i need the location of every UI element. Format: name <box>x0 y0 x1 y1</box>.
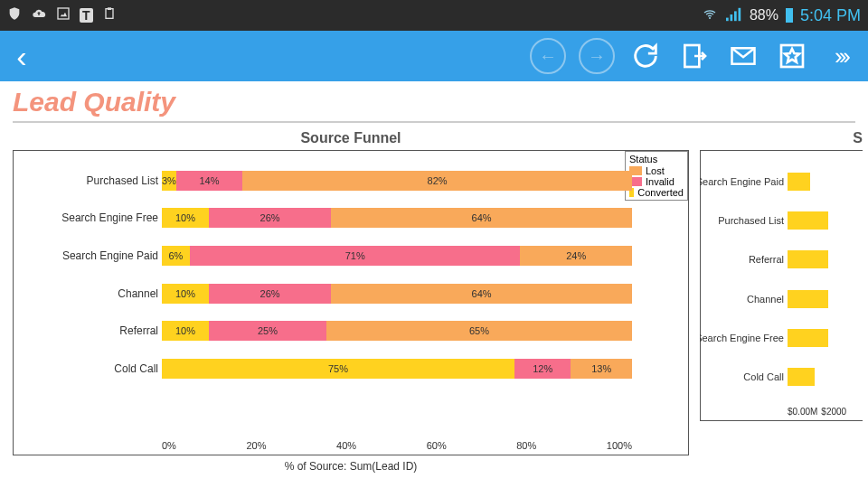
category-label: Referral <box>119 324 158 337</box>
bar-segment-invalid: 26% <box>209 208 331 228</box>
bar-track: 10%26%64% <box>162 284 632 304</box>
android-status-bar: T 88% 5:04 PM <box>0 0 868 31</box>
svg-rect-6 <box>734 11 737 21</box>
bar-row: Cold Call75%12%13% <box>162 359 681 379</box>
nav-next-button[interactable]: → <box>579 38 615 74</box>
bar-segment-lost: 13% <box>571 359 632 379</box>
category-label: Purchased List <box>87 174 158 187</box>
x-tick: 20% <box>246 440 266 451</box>
bar-segment <box>788 250 828 268</box>
more-button[interactable]: ››› <box>823 38 859 74</box>
chart-bars: Purchased List3%14%82%Search Engine Free… <box>162 162 681 388</box>
svg-rect-7 <box>738 7 741 20</box>
battery-percent: 88% <box>750 7 778 23</box>
x-tick: $0.00M <box>788 407 817 417</box>
clock: 5:04 PM <box>800 6 861 25</box>
bar-segment <box>788 290 828 308</box>
category-label: Channel <box>118 287 158 300</box>
refresh-button[interactable] <box>627 38 664 74</box>
bar-segment-invalid: 26% <box>209 284 331 304</box>
bar-track: 75%12%13% <box>162 359 632 379</box>
chart-source-funnel: Source Funnel Status Lost Invalid Conver… <box>13 125 689 455</box>
chart-title: Source Funnel <box>13 125 689 150</box>
chart-bars: Search Engine PaidPurchased ListReferral… <box>788 162 863 397</box>
bar-row: Referral10%25%65% <box>162 321 681 341</box>
bar-segment-converted: 10% <box>162 321 209 341</box>
bar-row: Channel10%26%64% <box>162 284 681 304</box>
favorite-button[interactable] <box>774 38 810 74</box>
bar-segment-invalid: 25% <box>209 321 326 341</box>
bar-segment-lost: 65% <box>326 321 632 341</box>
key-icon: T <box>80 8 93 23</box>
bar-row: Search Engine Free10%26%64% <box>162 208 681 228</box>
shield-icon <box>7 6 22 25</box>
x-tick: $2000 <box>821 407 846 417</box>
chart-title: S <box>700 125 863 150</box>
app-toolbar: ‹ ← → ››› <box>0 31 868 81</box>
x-axis-label: % of Source: Sum(Lead ID) <box>14 460 688 473</box>
category-label: Search Engine Paid <box>62 249 158 262</box>
category-label: Search Engine Free <box>700 333 784 343</box>
page-header: Lead Quality <box>13 87 855 123</box>
bar-row: Search Engine Paid6%71%24% <box>162 246 681 266</box>
chart-secondary: S Search Engine PaidPurchased ListReferr… <box>700 125 863 455</box>
page-title: Lead Quality <box>13 87 855 117</box>
bar-segment-converted: 10% <box>162 208 209 228</box>
bar-segment <box>788 368 815 386</box>
bar-row: Channel <box>788 290 863 308</box>
nav-prev-button[interactable]: ← <box>530 38 566 74</box>
bar-segment-converted: 6% <box>162 246 190 266</box>
x-axis-ticks: $0.00M$2000 <box>788 407 846 417</box>
bar-segment-lost: 82% <box>242 171 632 191</box>
category-label: Purchased List <box>718 215 784 226</box>
bar-track: 10%26%64% <box>162 208 632 228</box>
bar-segment-converted: 10% <box>162 284 209 304</box>
mail-button[interactable] <box>725 38 761 74</box>
bar-row: Cold Call <box>788 368 863 386</box>
bar-row: Purchased List3%14%82% <box>162 171 681 191</box>
signal-icon <box>726 7 742 24</box>
bar-segment-invalid: 71% <box>190 246 521 266</box>
category-label: Search Engine Free <box>61 211 158 224</box>
back-button[interactable]: ‹ <box>4 41 40 71</box>
bar-segment-converted: 3% <box>162 171 176 191</box>
category-label: Cold Call <box>743 371 784 382</box>
x-axis-ticks: 0%20%40%60%80%100% <box>162 440 632 451</box>
svg-rect-0 <box>58 8 69 19</box>
category-label: Channel <box>747 294 784 305</box>
bar-segment <box>788 173 810 191</box>
bar-segment-lost: 64% <box>331 284 632 304</box>
svg-rect-2 <box>108 7 111 10</box>
cloud-upload-icon <box>31 6 47 25</box>
category-label: Referral <box>749 254 784 265</box>
clipboard-icon <box>102 6 117 25</box>
x-tick: 80% <box>516 440 536 451</box>
x-tick: 40% <box>336 440 356 451</box>
bar-row: Search Engine Paid <box>788 173 863 191</box>
bar-segment-lost: 64% <box>331 208 632 228</box>
category-label: Search Engine Paid <box>700 176 784 187</box>
wifi-icon <box>701 7 719 24</box>
bar-row: Purchased List <box>788 211 863 230</box>
bar-segment <box>788 329 828 347</box>
bar-track: 6%71%24% <box>162 246 632 266</box>
x-tick: 60% <box>427 440 447 451</box>
image-icon <box>56 6 71 25</box>
category-label: Cold Call <box>114 362 158 375</box>
bar-track: 3%14%82% <box>162 171 632 191</box>
bar-segment-invalid: 12% <box>514 359 571 379</box>
battery-icon <box>786 8 793 23</box>
bar-row: Referral <box>788 250 863 268</box>
export-button[interactable] <box>676 38 712 74</box>
svg-point-3 <box>709 17 711 19</box>
bar-segment-converted: 75% <box>162 359 514 379</box>
bar-row: Search Engine Free <box>788 329 863 347</box>
svg-rect-1 <box>106 8 113 18</box>
x-tick: 100% <box>607 440 632 451</box>
bar-segment-invalid: 14% <box>176 171 243 191</box>
svg-rect-4 <box>726 17 729 21</box>
bar-segment <box>788 211 828 230</box>
bar-track: 10%25%65% <box>162 321 632 341</box>
x-tick: 0% <box>162 440 176 451</box>
bar-segment-lost: 24% <box>520 246 632 266</box>
